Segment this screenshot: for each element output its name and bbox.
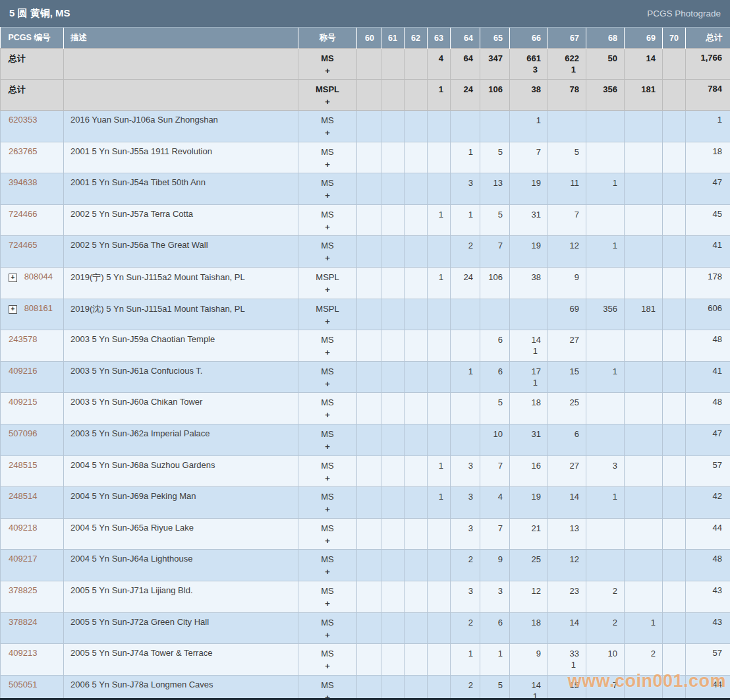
expand-icon[interactable]: + [9, 274, 17, 282]
col-header-grade-61: 61 [381, 28, 405, 49]
grade-60-cell [357, 518, 381, 550]
table-row: 724466 2002 5 Yn Sun-J57a Terra Cotta MS… [1, 204, 730, 236]
grade-62-cell [405, 49, 428, 80]
grade-64-cell: 2 [451, 612, 480, 644]
grade-66-cell: 38 [510, 80, 548, 111]
grade-67-cell: 6 [548, 424, 586, 455]
grade-62-cell [405, 612, 428, 644]
designation-label: MSPL [298, 303, 356, 315]
designation-label: MS [298, 647, 356, 660]
coin-description [64, 80, 298, 111]
designation-label: MS [298, 428, 356, 440]
pcgs-number-link[interactable]: 378825 [9, 585, 37, 595]
grade-62-cell [405, 80, 428, 111]
grade-60-cell [357, 424, 381, 455]
grade-67-cell: 12 [548, 550, 586, 581]
coin-description: 2006 5 Yn Sun-J78a Longmen Caves [64, 675, 298, 700]
grade-66-cell: 6613 [510, 49, 548, 80]
grade-66-cell: 18 [510, 393, 548, 424]
expand-icon[interactable]: + [9, 305, 17, 314]
pcgs-number-link[interactable]: 394638 [9, 177, 37, 187]
total-cell: 18 [686, 142, 730, 173]
table-row: 243578 2003 5 Yn Sun-J59a Chaotian Templ… [1, 330, 730, 362]
pcgs-number-link[interactable]: 808161 [24, 303, 53, 313]
grade-60-cell [357, 142, 381, 173]
pcgs-number-link[interactable]: 243578 [9, 334, 37, 344]
grade-68-cell: 356 [586, 80, 625, 111]
pcgs-number-link[interactable]: 263765 [9, 146, 37, 156]
grade-68-cell [586, 330, 625, 362]
total-cell: 48 [686, 330, 730, 362]
pcgs-number-link[interactable]: 724466 [9, 209, 37, 219]
grade-61-cell [381, 518, 405, 550]
grade-64-cell: 2 [451, 550, 480, 581]
pcgs-number-cell: 724465 [1, 236, 64, 268]
pcgs-number-link[interactable]: 409216 [9, 366, 37, 376]
grade-60-cell [357, 330, 381, 362]
pcgs-number-link[interactable]: 620353 [9, 115, 37, 125]
pcgs-number-cell: 总计 [1, 49, 64, 80]
pcgs-number-link[interactable]: 409217 [9, 554, 37, 564]
grade-63-cell: 1 [428, 487, 451, 519]
grade-62-cell [405, 111, 428, 142]
grade-70-cell [663, 675, 686, 700]
grade-69-cell [625, 675, 663, 700]
grade-60-cell [357, 581, 381, 612]
pcgs-number-link[interactable]: 378824 [9, 617, 37, 627]
grade-62-cell [405, 644, 428, 676]
summary-label: 总计 [9, 84, 26, 94]
pcgs-number-cell: 243578 [1, 330, 64, 362]
pcgs-photograde-link[interactable]: PCGS Photograde [647, 9, 721, 18]
grade-70-cell [663, 518, 686, 550]
grade-62-cell [405, 361, 428, 393]
designation-label: MS [298, 585, 356, 597]
grade-63-cell: 1 [428, 455, 451, 487]
total-cell: 41 [686, 361, 730, 393]
grade-65-cell: 106 [480, 267, 510, 299]
grade-63-cell [428, 330, 451, 362]
pcgs-number-link[interactable]: 409215 [9, 397, 37, 407]
grade-62-cell [405, 675, 428, 700]
pcgs-number-link[interactable]: 808044 [24, 272, 53, 281]
grade-70-cell [663, 267, 686, 299]
pcgs-number-cell: 378825 [1, 581, 64, 612]
plus-designation-label: + [298, 535, 356, 547]
grade-63-cell [428, 236, 451, 268]
grade-70-cell [663, 173, 686, 205]
grade-61-cell [381, 142, 405, 173]
grade-64-cell [451, 111, 480, 142]
grade-67-cell: 6221 [548, 49, 586, 80]
pcgs-number-link[interactable]: 409218 [9, 523, 37, 533]
grade-70-cell [663, 80, 686, 111]
grade-68-cell [586, 111, 625, 142]
grade-61-cell [381, 299, 405, 330]
pcgs-number-link[interactable]: 505051 [9, 680, 37, 689]
coin-description: 2019(宁) 5 Yn Sun-J115a2 Mount Taishan, P… [64, 267, 298, 299]
grade-66-cell: 38 [510, 267, 548, 299]
grade-63-cell: 1 [428, 80, 451, 111]
pcgs-number-link[interactable]: 507096 [9, 428, 37, 438]
table-row: 409215 2003 5 Yn Sun-J60a Chikan Tower M… [1, 393, 730, 424]
pcgs-number-link[interactable]: 724465 [9, 240, 37, 250]
col-header-grade-64: 64 [451, 28, 480, 49]
table-row: 507096 2003 5 Yn Sun-J62a Imperial Palac… [1, 424, 730, 455]
grade-66-cell: 141 [510, 675, 548, 700]
total-cell: 44 [686, 675, 730, 700]
pcgs-number-link[interactable]: 248515 [9, 460, 37, 470]
total-cell: 48 [686, 393, 730, 424]
grade-61-cell [381, 581, 405, 612]
grade-69-cell [625, 581, 663, 612]
grade-69-cell [625, 142, 663, 173]
grade-65-cell: 5 [480, 204, 510, 236]
grade-66-cell: 25 [510, 550, 548, 581]
pcgs-number-link[interactable]: 248514 [9, 491, 37, 501]
grade-62-cell [405, 424, 428, 455]
coin-description: 2003 5 Yn Sun-J61a Confucious T. [64, 361, 298, 393]
pcgs-number-cell: 394638 [1, 173, 64, 205]
grade-64-cell: 3 [451, 455, 480, 487]
designation-cell: MS + [298, 518, 357, 550]
grade-65-cell: 7 [480, 236, 510, 268]
grade-66-cell: 19 [510, 173, 548, 205]
pcgs-number-link[interactable]: 409213 [9, 648, 37, 658]
grade-70-cell [663, 487, 686, 519]
